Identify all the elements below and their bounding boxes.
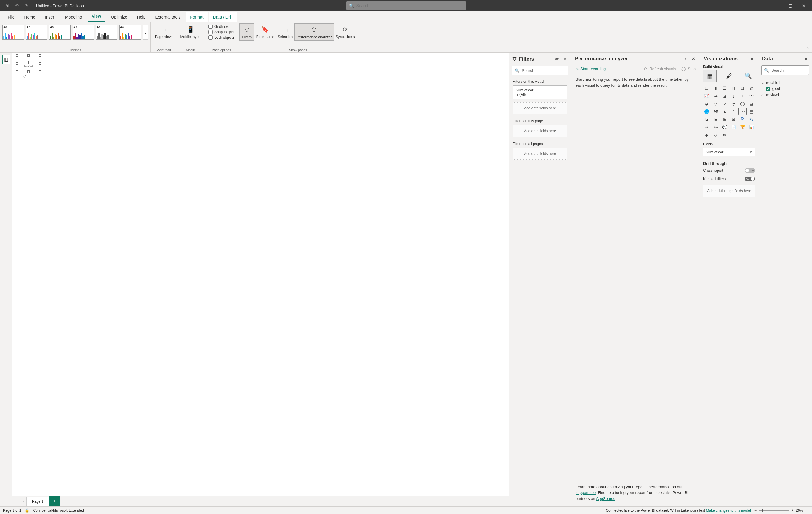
viz-paginated[interactable]: 📊 <box>747 123 756 131</box>
tab-data-drill[interactable]: Data / Drill <box>209 12 237 22</box>
data-search-input[interactable] <box>771 68 806 73</box>
filter-drop-all[interactable]: Add data fields here <box>513 148 568 160</box>
sync-slicers-button[interactable]: ⟳Sync slicers <box>334 23 357 41</box>
filters-search[interactable]: 🔍 <box>512 66 568 75</box>
theme-thumb[interactable]: Aa <box>26 25 47 39</box>
tab-external-tools[interactable]: External tools <box>151 12 185 22</box>
view-node[interactable]: › ⊞ view1 <box>760 92 810 98</box>
filter-drop-page[interactable]: Add data fields here <box>513 125 568 137</box>
undo-icon[interactable]: ↶ <box>13 2 20 9</box>
theme-thumb[interactable]: Aa <box>49 25 71 39</box>
cross-report-toggle[interactable]: Off <box>745 168 755 173</box>
build-visual-mode[interactable]: ▦ <box>703 70 717 82</box>
visual-more-icon[interactable]: ⋯ <box>28 74 33 79</box>
viz-automate[interactable]: ◇ <box>712 131 720 139</box>
viz-r[interactable]: R <box>738 116 747 123</box>
viz-qna[interactable]: 💬 <box>721 123 729 131</box>
viz-decomp[interactable]: ⊶ <box>712 123 720 131</box>
zoom-slider[interactable] <box>759 510 789 511</box>
viz-multi-card[interactable]: ▤ <box>747 108 756 115</box>
viz-clustered-bar[interactable]: ☰ <box>721 85 729 92</box>
viz-stacked-bar[interactable]: ▤ <box>703 85 711 92</box>
tab-insert[interactable]: Insert <box>41 12 60 22</box>
viz-donut[interactable]: ◯ <box>738 100 747 107</box>
data-search[interactable]: 🔍 <box>761 65 809 75</box>
tab-file[interactable]: File <box>4 12 19 22</box>
page-view-button[interactable]: ▭ Page view <box>153 23 173 40</box>
theme-thumb[interactable]: Aa <box>72 25 94 39</box>
preview-icon[interactable]: 👁 <box>554 56 560 62</box>
theme-thumb[interactable]: Aa <box>2 25 24 39</box>
start-recording-button[interactable]: ▷Start recording <box>576 66 606 71</box>
page-tab[interactable]: Page 1 <box>26 496 49 506</box>
selection-pane-button[interactable]: ⬚Selection <box>276 23 294 41</box>
zoom-in[interactable]: + <box>791 508 793 513</box>
tab-help[interactable]: Help <box>133 12 150 22</box>
add-page-button[interactable]: + <box>49 496 60 507</box>
viz-gauge[interactable]: ◠ <box>730 108 738 115</box>
viz-pie[interactable]: ◔ <box>730 100 738 107</box>
report-view-icon[interactable]: ▥ <box>2 55 10 63</box>
collapse-icon[interactable]: » <box>750 56 754 62</box>
chevron-down-icon[interactable]: ⌄ <box>745 150 748 154</box>
filters-search-input[interactable] <box>522 68 565 73</box>
table-node[interactable]: ⌄ ⊞ table1 <box>760 80 810 86</box>
viz-narrative[interactable]: 📄 <box>730 123 738 131</box>
drill-drop[interactable]: Add drill-through fields here <box>703 185 755 197</box>
chevron-right-icon[interactable]: › <box>761 93 765 97</box>
viz-ribbon[interactable]: 〰 <box>747 92 756 99</box>
filter-drop-visual[interactable]: Add data fields here <box>513 102 568 114</box>
selected-visual[interactable]: 1 Sum of col1 <box>17 55 40 72</box>
analytics-mode[interactable]: 🔍 <box>742 70 755 82</box>
redo-icon[interactable]: ↷ <box>23 2 30 9</box>
lock-checkbox[interactable]: Lock objects <box>208 35 234 39</box>
fit-page-icon[interactable]: ⛶ <box>805 508 809 513</box>
gridlines-checkbox[interactable]: Gridlines <box>208 25 234 29</box>
viz-python[interactable]: Py <box>747 116 756 123</box>
viz-100-column[interactable]: ▧ <box>747 85 756 92</box>
viz-get-more[interactable]: ⋯ <box>730 131 738 139</box>
appsource-link[interactable]: AppSource <box>596 496 615 501</box>
collapse-icon[interactable]: » <box>562 56 568 62</box>
format-visual-mode[interactable]: 🖌 <box>722 70 736 82</box>
viz-line[interactable]: 📈 <box>703 92 711 99</box>
viz-slicer[interactable]: ▣ <box>712 116 720 123</box>
collapse-ribbon[interactable]: ⌃ <box>804 45 812 53</box>
viz-waterfall[interactable]: ⬙ <box>703 100 711 107</box>
mobile-layout-button[interactable]: 📱 Mobile layout <box>178 23 203 40</box>
field-chip[interactable]: Sum of col1 ⌄ ✕ <box>703 148 755 156</box>
remove-field-icon[interactable]: ✕ <box>749 150 752 154</box>
viz-treemap[interactable]: ▦ <box>747 100 756 107</box>
collapse-icon[interactable]: « <box>683 56 688 62</box>
tab-modeling[interactable]: Modeling <box>61 12 86 22</box>
theme-thumb[interactable]: Aa <box>96 25 117 39</box>
report-canvas[interactable]: 1 Sum of col1 ▽ ⋯ <box>12 53 509 496</box>
viz-card[interactable]: 123 <box>738 108 747 115</box>
make-changes-link[interactable]: Make changes to this model <box>706 508 751 513</box>
more-icon[interactable]: ⋯ <box>564 142 568 146</box>
viz-goals[interactable]: 🏆 <box>738 123 747 131</box>
viz-line-column2[interactable]: ⫾ <box>738 92 747 99</box>
page-prev[interactable]: ‹ <box>13 499 20 504</box>
minimize-button[interactable]: — <box>770 0 783 11</box>
column-checkbox[interactable] <box>766 87 770 91</box>
viz-stacked-area[interactable]: ◢ <box>721 92 729 99</box>
chevron-down-icon[interactable]: ⌄ <box>761 81 765 85</box>
filters-pane-button[interactable]: ▽Filters <box>239 23 255 41</box>
tab-home[interactable]: Home <box>20 12 39 22</box>
viz-more[interactable]: ≫ <box>721 131 729 139</box>
save-icon[interactable]: 🖫 <box>4 2 11 9</box>
zoom-out[interactable]: − <box>754 508 757 513</box>
visual-filter-icon[interactable]: ▽ <box>23 74 26 79</box>
viz-100-bar[interactable]: ▦ <box>738 85 747 92</box>
viz-azure-map[interactable]: ▲ <box>721 108 729 115</box>
close-icon[interactable]: ✕ <box>690 56 696 62</box>
viz-kpi[interactable]: ◪ <box>703 116 711 123</box>
global-search-input[interactable] <box>356 3 463 8</box>
column-node[interactable]: ∑ col1 <box>760 86 810 92</box>
viz-map[interactable]: 🌐 <box>703 108 711 115</box>
viz-table[interactable]: ⊞ <box>721 116 729 123</box>
viz-clustered-column[interactable]: ▥ <box>730 85 738 92</box>
themes-more[interactable]: ⌄ <box>143 25 148 39</box>
more-icon[interactable]: ⋯ <box>564 119 568 123</box>
